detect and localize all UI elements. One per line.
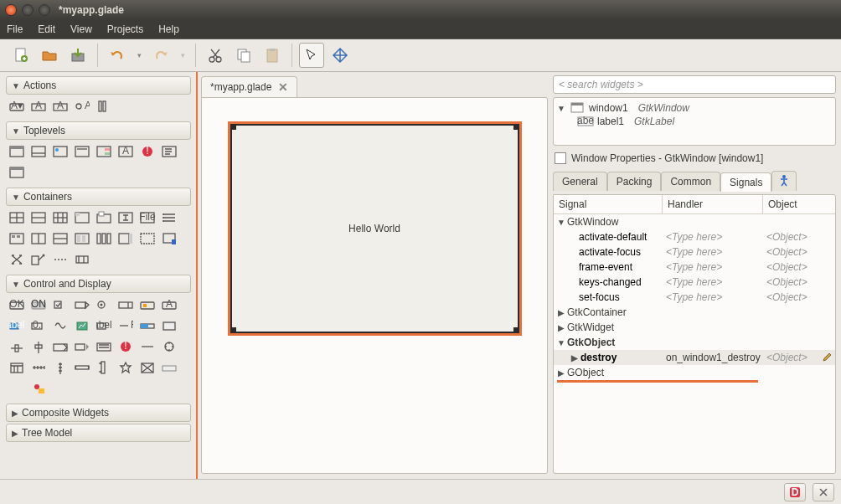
redo-button[interactable] [148,43,173,68]
signal-row[interactable]: activate-default<Type here><Object> [554,229,835,244]
signal-row[interactable]: activate-focus<Type here><Object> [554,244,835,260]
palette-item[interactable] [94,296,114,314]
save-button[interactable] [65,43,90,68]
palette-item[interactable]: A [72,97,92,116]
palette-cat-actions[interactable]: ▼Actions [6,76,191,95]
menu-edit[interactable]: Edit [38,23,55,35]
palette-cat-control[interactable]: ▼Control and Display [6,275,191,293]
resize-handle[interactable] [230,327,236,333]
minimize-button[interactable] [22,4,34,16]
widget-tree[interactable]: ▼ window1 GtkWindow label label1 GtkLabe… [553,97,836,146]
palette-item[interactable]: ! [137,142,157,161]
undo-dropdown[interactable]: ▾ [133,51,145,59]
open-button[interactable] [37,43,62,68]
selector-tool[interactable] [299,43,324,68]
properties-checkbox[interactable] [555,152,566,164]
palette-item[interactable] [28,208,49,227]
palette-item[interactable] [50,142,70,161]
palette-item[interactable] [159,208,179,227]
menu-help[interactable]: Help [158,23,179,35]
close-button[interactable] [5,4,17,16]
redo-dropdown[interactable]: ▾ [177,51,188,59]
gtk-window-preview[interactable]: Hello World [230,124,519,333]
palette-item[interactable]: OK [7,296,27,314]
menu-file[interactable]: File [7,23,23,35]
palette-item[interactable] [72,316,92,335]
palette-item[interactable] [159,142,179,161]
maximize-button[interactable] [39,4,50,16]
palette-item[interactable] [7,358,27,377]
drag-resize-tool[interactable] [328,43,353,68]
palette-item[interactable] [50,316,70,335]
resize-handle[interactable] [230,124,236,130]
palette-item[interactable]: 0. [28,316,49,335]
palette-item[interactable]: label [94,316,114,335]
palette-item[interactable] [7,379,27,398]
palette-cat-treemodel[interactable]: ▶Tree Model [6,424,191,442]
palette-item[interactable] [137,358,157,377]
palette-item[interactable] [94,142,114,161]
palette-item[interactable] [137,337,157,356]
palette-item[interactable] [116,296,136,314]
palette-cat-composite[interactable]: ▶Composite Widgets [6,404,191,422]
signal-row[interactable]: keys-changed<Type here><Object> [554,275,835,290]
palette-item[interactable] [50,296,70,314]
palette-item[interactable] [72,142,92,161]
palette-item[interactable] [7,163,27,182]
resize-handle[interactable] [513,124,519,130]
palette-item[interactable]: A [116,142,136,161]
palette-item[interactable] [116,358,136,377]
palette-item[interactable] [94,337,114,356]
palette-item[interactable] [7,337,27,356]
palette-item[interactable] [94,208,114,227]
palette-item[interactable] [7,229,27,248]
palette-item[interactable]: ON [28,296,49,314]
palette-item[interactable]: ! [116,337,136,356]
palette-item[interactable] [72,296,92,314]
resize-handle[interactable] [513,327,519,333]
signal-group-gtkcontainer[interactable]: ▶GtkContainer [554,305,835,320]
palette-item[interactable]: A [50,97,70,116]
menu-projects[interactable]: Projects [107,23,143,35]
signal-row[interactable]: set-focus<Type here><Object> [554,290,835,305]
signal-group-gtkwindow[interactable]: ▼GtkWindow [554,214,835,229]
signal-row[interactable]: frame-event<Type here><Object> [554,260,835,275]
palette-item[interactable] [7,142,27,161]
palette-item[interactable] [28,358,49,377]
palette-item[interactable] [159,316,179,335]
palette-item[interactable] [72,337,92,356]
palette-cat-containers[interactable]: ▼Containers [6,188,191,206]
palette-item[interactable] [50,250,70,269]
palette-item[interactable] [137,316,157,335]
palette-cat-toplevels[interactable]: ▼Toplevels [6,121,191,140]
palette-item[interactable] [50,229,70,248]
palette-item[interactable] [159,337,179,356]
palette-item[interactable] [28,337,49,356]
palette-item[interactable] [72,358,92,377]
palette-item[interactable] [28,250,49,269]
signal-row-destroy[interactable]: ▶destroy on_window1_destroy <Object> [554,350,835,365]
tree-row-label1[interactable]: label label1 GtkLabel [555,115,833,128]
tab-common[interactable]: Common [661,172,720,191]
edit-icon[interactable] [822,352,832,363]
palette-item[interactable] [116,208,136,227]
palette-item[interactable] [159,358,179,377]
palette-item[interactable] [116,229,136,248]
paste-button[interactable] [260,43,285,68]
palette-item[interactable] [94,358,114,377]
palette-item[interactable] [7,208,27,227]
palette-item[interactable] [137,296,157,314]
palette-item[interactable] [94,97,114,116]
signal-group-gtkobject[interactable]: ▼GtkObject [554,335,835,350]
palette-item[interactable] [137,229,157,248]
palette-item[interactable]: A [28,97,49,116]
tab-packing[interactable]: Packing [607,172,662,191]
signal-group-gobject[interactable]: ▶GObject [554,365,835,380]
palette-item[interactable] [72,229,92,248]
palette-item[interactable] [28,229,49,248]
palette-item[interactable] [159,229,179,248]
palette-item[interactable] [72,250,92,269]
palette-item[interactable] [7,250,27,269]
undo-button[interactable] [105,43,130,68]
palette-item[interactable]: F1 [116,316,136,335]
